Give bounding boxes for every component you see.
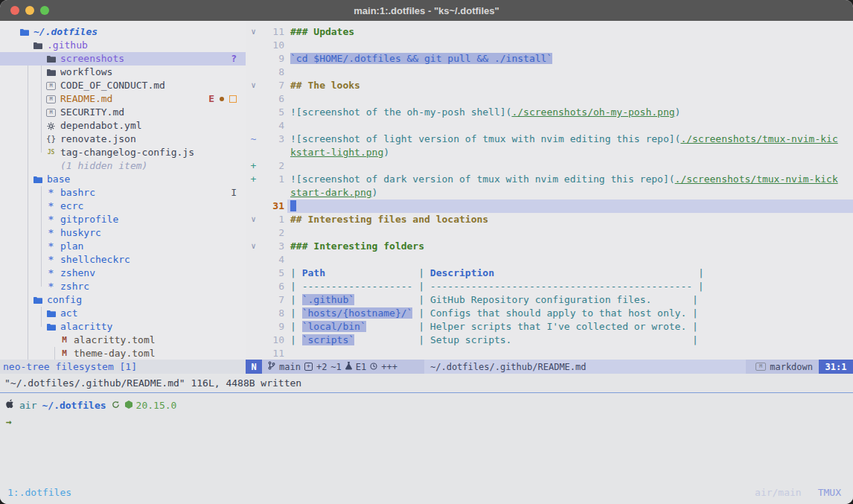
tree-item[interactable]: workflows [0, 66, 246, 79]
editor-line[interactable]: 5![screenshot of the oh-my-posh shell](.… [246, 106, 853, 119]
line-text: ## The looks [290, 79, 853, 92]
tree-item-label: shellcheckrc [60, 253, 130, 267]
editor-line[interactable]: 7| `.github` | GitHub Repository configu… [246, 293, 853, 307]
editor-line[interactable]: 10| `scripts` | Setup scripts. | [246, 334, 853, 347]
close-button[interactable] [10, 6, 19, 15]
tree-item[interactable]: MSECURITY.md [0, 106, 246, 119]
diff-changed: ~1 [330, 360, 341, 374]
tree-item[interactable]: *plan [0, 240, 246, 253]
prompt-arrow: → [6, 415, 12, 429]
tree-item[interactable]: alacritty [0, 320, 246, 334]
editor-line[interactable]: ∨7## The looks [246, 79, 853, 92]
editor-line[interactable]: 9| `local/bin` | Helper scripts that I'v… [246, 320, 853, 334]
statusline-git-segment: main + +2 ~1 E1 +++ [262, 360, 424, 374]
neo-tree-statusline-text: neo-tree filesystem [1] [3, 360, 137, 374]
editor-line[interactable]: 4 [246, 253, 853, 267]
tree-item[interactable]: config [0, 293, 246, 307]
tree-item-label: zshenv [60, 267, 95, 280]
tree-item[interactable]: *bashrcI [0, 186, 246, 200]
tree-item-label: (1 hidden item) [60, 159, 147, 173]
tree-item[interactable]: ~/.dotfiles [0, 25, 246, 39]
editor-line[interactable]: 2 [246, 226, 853, 240]
zoom-button[interactable] [40, 6, 49, 15]
folder-blue-icon [33, 176, 42, 183]
fold-chevron-icon[interactable]: ∨ [249, 79, 258, 92]
gear-icon [46, 122, 56, 130]
editor-line[interactable]: start-dark.png) [246, 186, 853, 200]
editor-line[interactable]: 9`cd $HOME/.dotfiles && git pull && ./in… [246, 52, 853, 66]
tree-item-label: theme-day.toml [74, 347, 156, 360]
tree-item[interactable]: *shellcheckrc [0, 253, 246, 267]
tree-item-label: README.md [60, 92, 112, 106]
tree-item-label: act [60, 307, 77, 320]
line-text: ### Interesting folders [290, 240, 853, 253]
tmux-window-item[interactable]: 1:.dotfiles [0, 486, 71, 500]
fold-chevron-icon[interactable]: ∨ [249, 25, 258, 39]
tree-item[interactable]: MCODE_OF_CONDUCT.md [0, 79, 246, 92]
line-number: 7 [259, 293, 284, 307]
tree-item[interactable]: *huskyrc [0, 226, 246, 240]
line-number: 2 [259, 226, 284, 240]
editor-line[interactable]: ~3![screenshot of light version of tmux … [246, 133, 853, 146]
editor-line[interactable]: 8 [246, 66, 853, 79]
editor-line[interactable]: 6 [246, 92, 853, 106]
tree-item[interactable]: {}renovate.json [0, 133, 246, 146]
editor-line[interactable]: ∨3### Interesting folders [246, 240, 853, 253]
tree-item[interactable]: *ecrc [0, 200, 246, 213]
editor-line[interactable]: 10 [246, 39, 853, 52]
editor-line[interactable]: +2 [246, 159, 853, 173]
editor-line[interactable]: kstart-light.png) [246, 146, 853, 159]
shell-pane[interactable]: air ~/.dotfiles 20.15.0 → [0, 393, 853, 482]
tree-item[interactable]: Malacritty.toml [0, 334, 246, 347]
line-text: | `local/bin` | Helper scripts that I've… [290, 320, 853, 334]
tree-item[interactable]: MREADME.mdE [0, 92, 246, 106]
shell-prompt: air ~/.dotfiles 20.15.0 [6, 399, 176, 412]
tree-item[interactable]: base [0, 173, 246, 186]
tree-item-label: dependabot.yml [60, 119, 142, 133]
neo-tree-statusline: neo-tree filesystem [1] [0, 360, 246, 374]
editor-line[interactable]: 6| ------------------- | ---------------… [246, 280, 853, 293]
tree-item[interactable]: *zshrc [0, 280, 246, 293]
tree-item-label: bashrc [60, 186, 95, 200]
editor-line[interactable]: 31 [246, 200, 853, 213]
tree-item[interactable]: screenshots? [0, 52, 246, 66]
line-text: | `.github` | GitHub Repository configur… [290, 293, 853, 307]
editor-line[interactable]: ∨1## Interesting files and locations [246, 213, 853, 226]
tree-item-label: base [47, 173, 70, 186]
git-branch-icon [268, 360, 275, 374]
editor-pane[interactable]: ∨11### Updates109`cd $HOME/.dotfiles && … [246, 21, 853, 360]
editor-line[interactable]: +1![screenshot of dark version of tmux w… [246, 173, 853, 186]
minimize-button[interactable] [25, 6, 34, 15]
statusline: N main + +2 ~1 E1 +++ ~/.dotfiles/.githu… [246, 360, 853, 374]
editor-line[interactable]: 8| `hosts/{hostname}/` | Configs that sh… [246, 307, 853, 320]
tree-item-label: config [47, 293, 82, 307]
tmux-badge: TMUX [818, 486, 841, 500]
cursor-position: 31:1 [819, 360, 853, 374]
tree-item-label: ecrc [60, 200, 83, 213]
tree-item-badges: E [208, 92, 246, 106]
tree-item[interactable]: (1 hidden item) [0, 159, 246, 173]
tree-item[interactable]: *zshenv [0, 267, 246, 280]
tree-item-label: huskyrc [60, 226, 101, 240]
fold-chevron-icon[interactable]: ∨ [249, 213, 258, 226]
tree-item[interactable]: dependabot.yml [0, 119, 246, 133]
line-number: 9 [259, 320, 284, 334]
traffic-lights [10, 6, 49, 15]
tree-item[interactable]: Mtheme-day.toml [0, 347, 246, 360]
editor-line[interactable]: 4 [246, 119, 853, 133]
tree-item[interactable]: act [0, 307, 246, 320]
git-sign: + [249, 159, 258, 173]
editor-line[interactable]: 5| Path | Description | [246, 267, 853, 280]
tree-item[interactable]: *gitprofile [0, 213, 246, 226]
title-bar[interactable]: main:1:.dotfiles - "ks~/.dotfiles" [0, 0, 853, 21]
neo-tree-sidebar[interactable]: ~/.dotfiles.githubscreenshots?workflowsM… [0, 21, 246, 360]
line-number: 8 [259, 66, 284, 79]
statusline-extra: +++ [381, 360, 397, 374]
editor-line[interactable]: ∨11### Updates [246, 25, 853, 39]
tree-item[interactable]: .github [0, 39, 246, 52]
terminal-window: main:1:.dotfiles - "ks~/.dotfiles" ~/.do… [0, 0, 853, 504]
error-badge: E [208, 92, 214, 106]
tree-item[interactable]: JStag-changelog-config.js [0, 146, 246, 159]
editor-line[interactable]: 11 [246, 347, 853, 360]
fold-chevron-icon[interactable]: ∨ [249, 240, 258, 253]
